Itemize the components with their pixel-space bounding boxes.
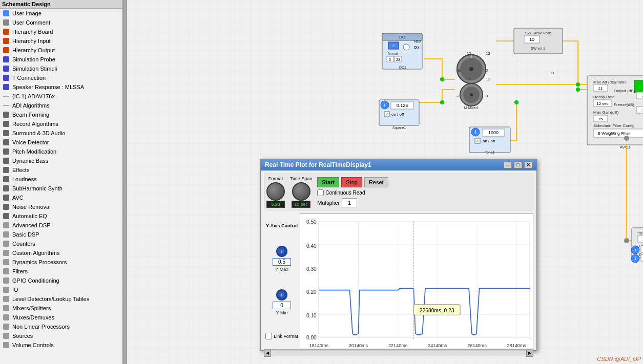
sidebar-item-23[interactable]: Advanced DSP (0, 221, 122, 230)
sidebar-label-18: Loudness (12, 176, 37, 182)
sidebar-item-18[interactable]: Loudness (0, 175, 122, 184)
sidebar-item-26[interactable]: Custom Algorithms (0, 248, 122, 258)
sidebar-item-4[interactable]: Hierarchy Output (0, 46, 122, 55)
sidebar-item-24[interactable]: Basic DSP (0, 230, 122, 239)
svg-text:22140ms: 22140ms (388, 343, 408, 348)
svg-text:i: i (281, 293, 282, 297)
sidebar-item-7[interactable]: T Connection (0, 73, 122, 82)
svg-point-4 (576, 82, 580, 87)
sidebar-item-8[interactable]: Speaker Response : MLSSA (0, 82, 122, 92)
svg-text:-30: -30 (641, 108, 643, 113)
sidebar-item-34[interactable]: Non Linear Processors (0, 322, 122, 331)
sidebar-icon-20 (2, 194, 10, 201)
sidebar-label-1: User Comment (12, 19, 50, 26)
format-knob[interactable] (266, 182, 285, 201)
stop-button[interactable]: Stop (341, 177, 362, 187)
sidebar-item-16[interactable]: Dynamic Bass (0, 156, 122, 165)
sidebar-item-28[interactable]: Filters (0, 267, 122, 276)
svg-text:DC: DC (399, 35, 405, 39)
sidebar-label-16: Dynamic Bass (12, 158, 48, 164)
chart-svg-wrapper[interactable]: 0.50 0.40 0.30 0.20 0.10 0.00 (300, 213, 533, 349)
continuous-read-checkbox[interactable] (317, 189, 324, 196)
chart-svg: 0.50 0.40 0.30 0.20 0.10 0.00 (300, 214, 533, 349)
sidebar-item-22[interactable]: Automatic EQ (0, 211, 122, 221)
sidebar-label-0: User Image (12, 10, 42, 16)
sidebar-item-36[interactable]: Volume Controls (0, 340, 122, 350)
reset-button[interactable]: Reset (364, 177, 388, 187)
sidebar-item-19[interactable]: SubHarmonic Synth (0, 184, 122, 193)
sidebar-item-0[interactable]: User Image (0, 9, 122, 18)
sidebar-label-19: SubHarmonic Synth (12, 185, 63, 191)
sidebar-label-28: Filters (12, 268, 28, 274)
svg-text:✓: ✓ (476, 139, 480, 143)
sidebar-label-35: Sources (12, 333, 33, 339)
sidebar-item-1[interactable]: User Comment (0, 18, 122, 27)
maximize-button[interactable]: □ (514, 161, 522, 168)
sidebar-item-6[interactable]: Simulation Stimuli (0, 64, 122, 73)
sidebar-label-22: Automatic EQ (12, 213, 47, 219)
svg-text:28140ms: 28140ms (507, 343, 527, 348)
y-min-label: Y Min (276, 310, 288, 315)
sidebar-label-15: Pitch Modification (12, 148, 56, 155)
sidebar-label-29: GPIO Conditioning (12, 277, 59, 284)
sidebar-item-27[interactable]: Dynamics Processors (0, 258, 122, 267)
svg-text:5: 5 (389, 58, 391, 61)
sidebar-item-10[interactable]: ADI Algorithms (0, 101, 122, 110)
svg-text:26140ms: 26140ms (467, 343, 487, 348)
sidebar-icon-12 (2, 120, 10, 127)
sidebar-item-31[interactable]: Level Detectors/Lookup Tables (0, 294, 122, 304)
svg-point-111 (624, 238, 629, 243)
minimize-button[interactable]: ─ (504, 161, 512, 168)
timespan-group: Time Span 10 sec (290, 176, 312, 208)
svg-point-6 (514, 100, 518, 104)
sidebar-item-21[interactable]: Noise Removal (0, 202, 122, 211)
sidebar-label-30: IO (12, 287, 18, 293)
y-max-control: i Y Max (273, 246, 291, 272)
close-button[interactable]: ✕ (524, 161, 532, 168)
sidebar-item-13[interactable]: Surround & 3D Audio (0, 129, 122, 138)
sidebar-item-32[interactable]: Mixers/Splitters (0, 304, 122, 313)
sidebar-label-23: Advanced DSP (12, 222, 51, 228)
sidebar-item-5[interactable]: Simulation Probe (0, 55, 122, 64)
link-format-group: Link Format (265, 333, 298, 339)
y-min-knob[interactable]: i (276, 289, 287, 301)
sidebar-item-12[interactable]: Record Algorithms (0, 119, 122, 129)
sidebar-item-11[interactable]: Beam Forming (0, 110, 122, 119)
y-max-knob[interactable]: i (276, 246, 287, 257)
timespan-knob[interactable] (292, 182, 310, 201)
sidebar-item-2[interactable]: Hierarchy Board (0, 27, 122, 36)
svg-text:20140ms: 20140ms (349, 343, 368, 348)
control-buttons: Start Stop Reset Continuous Read Multipl… (317, 177, 388, 207)
sidebar-item-14[interactable]: Voice Detector (0, 138, 122, 147)
sidebar-label-25: Counters (12, 241, 35, 247)
format-group: Format 5.23 (266, 176, 285, 208)
link-format-checkbox[interactable] (265, 333, 272, 339)
sidebar-label-21: Noise Removal (12, 204, 51, 210)
scroll-left-arrow[interactable]: ◀ (264, 350, 271, 357)
sidebar-item-17[interactable]: Effects (0, 165, 122, 175)
multiplier-input[interactable] (342, 198, 357, 207)
scroll-right-arrow[interactable]: ▶ (526, 350, 533, 357)
sidebar-item-9[interactable]: (IC 1) ADAV176x (0, 92, 122, 101)
sidebar-item-35[interactable]: Sources (0, 331, 122, 340)
y-min-input[interactable] (273, 302, 291, 309)
sidebar-item-29[interactable]: GPIO Conditioning (0, 276, 122, 285)
svg-text:Output (dB): Output (dB) (614, 89, 635, 93)
start-button[interactable]: Start (317, 177, 339, 187)
sidebar-item-3[interactable]: Hierarchy Input (0, 36, 122, 46)
sidebar-splitter[interactable] (123, 0, 127, 364)
svg-text:-12: -12 (465, 77, 471, 81)
sidebar-item-25[interactable]: Counters (0, 239, 122, 248)
scroll-track[interactable] (271, 351, 526, 356)
dialog-titlebar[interactable]: Real Time Plot for RealTimeDisplay1 ─ □ … (261, 159, 536, 170)
svg-text:i: i (384, 102, 386, 108)
svg-text:SW Slew Rate: SW Slew Rate (525, 31, 551, 35)
y-max-input[interactable] (273, 258, 291, 266)
sidebar-item-30[interactable]: IO (0, 285, 122, 294)
sidebar-item-33[interactable]: Muxes/Demuxes (0, 313, 122, 322)
svg-text:10: 10 (529, 37, 534, 42)
sidebar-item-15[interactable]: Pitch Modification (0, 147, 122, 156)
sidebar-label-3: Hierarchy Input (12, 38, 51, 44)
sidebar-icon-1 (2, 19, 10, 26)
sidebar-item-20[interactable]: AVC (0, 193, 122, 202)
